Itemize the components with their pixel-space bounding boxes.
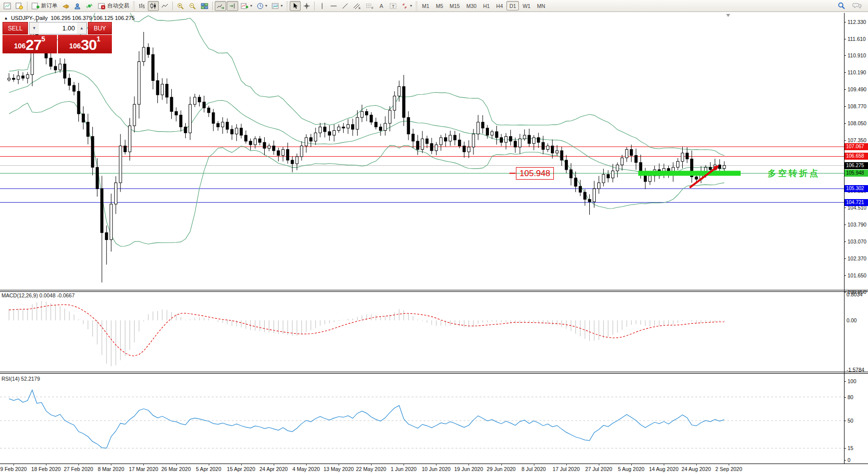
candlestick-chart-type-button[interactable] bbox=[148, 1, 159, 11]
price-tick-mark bbox=[844, 225, 846, 225]
panel-divider[interactable] bbox=[0, 290, 868, 292]
indicators-caret-icon: ▾ bbox=[250, 3, 252, 8]
rsi-label: RSI(14) 52.2179 bbox=[1, 376, 40, 382]
line-chart-type-button[interactable] bbox=[159, 1, 170, 11]
date-label: 5 Apr 2020 bbox=[196, 466, 221, 472]
rsi-panel[interactable] bbox=[0, 374, 844, 463]
timeframe-button-m15[interactable]: M15 bbox=[446, 1, 462, 10]
volume-input[interactable] bbox=[39, 22, 77, 34]
crosshair-tool-button[interactable] bbox=[301, 1, 312, 11]
date-label: 2 Sep 2020 bbox=[715, 466, 742, 472]
macd-axis-label: -1.5784 bbox=[847, 367, 865, 373]
panel-divider[interactable] bbox=[0, 372, 868, 374]
timeframe-button-mn[interactable]: MN bbox=[534, 1, 548, 10]
arrows-tool-button[interactable]: ▾ bbox=[399, 1, 414, 11]
timeframe-button-m1[interactable]: M1 bbox=[419, 1, 433, 10]
buy-price[interactable]: 106301 bbox=[58, 35, 112, 53]
buy-button[interactable]: BUY bbox=[88, 22, 112, 34]
main-chart-panel[interactable] bbox=[0, 13, 844, 289]
horn-icon[interactable] bbox=[60, 1, 71, 11]
chart-shift-button[interactable] bbox=[227, 1, 238, 11]
chat-icon[interactable] bbox=[851, 1, 864, 11]
price-tick-label: 102.370 bbox=[848, 255, 867, 261]
timeframe-button-h4[interactable]: H4 bbox=[493, 1, 506, 10]
macd-panel[interactable] bbox=[0, 292, 844, 371]
date-label: 24 Aug 2020 bbox=[682, 466, 711, 472]
svg-text:F: F bbox=[372, 6, 374, 9]
date-label: 26 Mar 2020 bbox=[161, 466, 191, 472]
mt4-window: 新订单 自动交易 bbox=[0, 0, 868, 474]
one-click-trading-panel: SELL ▼ ▲ BUY 106275 106301 bbox=[2, 22, 112, 53]
new-order-label: 新订单 bbox=[41, 2, 57, 9]
horizontal-line-tool-button[interactable] bbox=[328, 1, 339, 11]
timeframe-button-d1[interactable]: D1 bbox=[506, 1, 519, 10]
date-label: 22 May 2020 bbox=[356, 466, 387, 472]
rsi-axis-label: 0 bbox=[848, 457, 851, 463]
indicators-button[interactable]: ▾ bbox=[239, 1, 254, 11]
timeframe-button-m30[interactable]: M30 bbox=[463, 1, 479, 10]
svg-text:A: A bbox=[380, 3, 384, 9]
price-badge: 104.721 bbox=[845, 199, 868, 206]
date-label: 4 May 2020 bbox=[292, 466, 320, 472]
date-tick-mark bbox=[78, 464, 79, 466]
date-tick-mark bbox=[143, 464, 144, 466]
price-flag-label[interactable]: 105.948 bbox=[516, 167, 554, 180]
zoom-out-button[interactable] bbox=[187, 1, 198, 11]
volume-decrease-button[interactable]: ▼ bbox=[29, 22, 39, 34]
timeframe-button-h1[interactable]: H1 bbox=[480, 1, 492, 10]
sell-button[interactable]: SELL bbox=[2, 22, 28, 34]
new-chart-button[interactable] bbox=[1, 1, 13, 11]
price-tick-label: 108.050 bbox=[848, 120, 867, 126]
date-label: 18 Feb 2020 bbox=[31, 466, 61, 472]
sell-price-prefix: 106 bbox=[14, 39, 25, 52]
new-order-button[interactable]: 新订单 bbox=[29, 1, 59, 11]
sell-price[interactable]: 106275 bbox=[2, 35, 57, 53]
date-tick-mark bbox=[566, 464, 567, 466]
community-button[interactable] bbox=[72, 1, 83, 11]
periods-button[interactable]: ▾ bbox=[255, 1, 269, 11]
search-icon[interactable] bbox=[836, 1, 848, 11]
fibonacci-tool-button[interactable]: F bbox=[364, 1, 376, 11]
chart-shift-marker-icon[interactable] bbox=[726, 14, 730, 17]
date-label: 27 Jul 2020 bbox=[585, 466, 612, 472]
zoom-in-button[interactable] bbox=[175, 1, 186, 11]
price-tick-label: 101.650 bbox=[848, 272, 867, 278]
macd-label: MACD(12,26,9) 0.0048 -0.0667 bbox=[1, 292, 75, 298]
volume-increase-button[interactable]: ▲ bbox=[77, 22, 86, 34]
price-axis-border bbox=[844, 13, 845, 464]
auto-trading-button[interactable]: 自动交易 bbox=[96, 1, 131, 11]
profiles-button[interactable] bbox=[13, 1, 25, 11]
price-badge: 106.275 bbox=[845, 162, 868, 169]
signal-icon[interactable] bbox=[84, 1, 95, 11]
price-tick-label: 110.910 bbox=[848, 52, 866, 58]
text-tool-button[interactable]: A bbox=[376, 1, 387, 11]
date-tick-mark bbox=[468, 464, 469, 466]
buy-price-prefix: 106 bbox=[69, 39, 80, 52]
collapse-triangle-icon[interactable]: ▲ bbox=[4, 16, 8, 20]
rsi-tick-mark bbox=[844, 421, 846, 421]
templates-button[interactable]: ▾ bbox=[270, 1, 285, 11]
vertical-line-tool-button[interactable] bbox=[317, 1, 328, 11]
date-label: 27 Feb 2020 bbox=[64, 466, 93, 472]
date-tick-mark bbox=[696, 464, 697, 466]
timeframe-button-w1[interactable]: W1 bbox=[519, 1, 533, 10]
cursor-tool-button[interactable] bbox=[290, 1, 301, 11]
tile-windows-button[interactable] bbox=[199, 1, 210, 11]
rsi-tick-mark bbox=[844, 448, 846, 449]
timeframe-button-m5[interactable]: M5 bbox=[433, 1, 446, 10]
equidistant-channel-tool-button[interactable]: E bbox=[351, 1, 363, 11]
date-tick-mark bbox=[729, 464, 729, 466]
auto-scroll-button[interactable] bbox=[215, 1, 226, 11]
price-tick-mark bbox=[844, 55, 846, 56]
annotation-text-cn[interactable]: 多空转折点 bbox=[768, 168, 820, 179]
date-tick-mark bbox=[371, 464, 372, 466]
bar-chart-type-button[interactable] bbox=[136, 1, 147, 11]
date-label: 29 Jun 2020 bbox=[487, 466, 516, 472]
text-label-tool-button[interactable]: T bbox=[388, 1, 399, 11]
date-label: 17 Jul 2020 bbox=[553, 466, 580, 472]
svg-text:T: T bbox=[392, 3, 395, 8]
rsi-axis-label: 80 bbox=[848, 394, 854, 400]
periods-caret-icon: ▾ bbox=[265, 3, 267, 8]
trendline-tool-button[interactable] bbox=[340, 1, 351, 11]
sell-price-sup: 5 bbox=[41, 35, 45, 42]
